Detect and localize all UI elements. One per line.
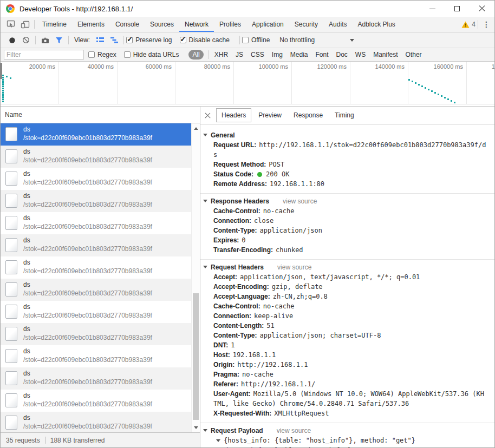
request-row[interactable]: ds/stok=d22c00f609ebc01b803d2770b983a39f [1,345,191,367]
capture-screenshots-button[interactable] [38,34,52,47]
request-row[interactable]: ds/stok=d22c00f609ebc01b803d2770b983a39f [1,256,191,279]
type-filter-js[interactable]: JS [232,50,247,60]
view-source-link[interactable]: view source [277,427,311,434]
checkbox-regex[interactable]: Regex [88,51,116,58]
request-row[interactable]: ds/stok=d22c00f609ebc01b803d2770b983a39f [1,390,191,412]
request-row[interactable]: ds/stok=d22c00f609ebc01b803d2770b983a39f [1,301,191,323]
tab-adblock-plus[interactable]: Adblock Plus [352,17,400,32]
details-tab-response[interactable]: Response [289,109,328,122]
request-name: ds [23,414,30,421]
view-source-link[interactable]: view source [277,263,311,271]
header-entry: Host:192.168.1.1 [200,350,494,360]
type-filter-doc[interactable]: Doc [333,50,351,60]
overview-data-dot [2,75,4,76]
console-warnings-button[interactable]: 4 [461,21,476,28]
overview-data-dot [441,95,442,97]
clear-button[interactable] [19,34,33,47]
payload-entry-hosts_info[interactable]: hosts_info: {table: "host_info"} [200,445,494,447]
scrollbar-thumb[interactable] [193,293,199,420]
close-details-button[interactable] [205,113,211,118]
inspect-element-button[interactable] [4,18,18,31]
details-tab-preview[interactable]: Preview [253,109,286,122]
type-filter-img[interactable]: Img [268,50,286,60]
request-row[interactable]: ds/stok=d22c00f609ebc01b803d2770b983a39f [1,367,191,390]
details-tab-headers[interactable]: Headers [216,108,251,122]
type-filter-all[interactable]: All [188,50,203,60]
type-filter-ws[interactable]: WS [351,50,369,60]
maximize-button[interactable] [445,1,470,17]
scroll-up-button[interactable] [192,124,200,132]
scroll-down-button[interactable] [192,424,200,431]
type-filter-other[interactable]: Other [402,50,426,60]
list-scrollbar[interactable] [191,123,200,432]
request-row[interactable]: ds/stok=d22c00f609ebc01b803d2770b983a39f [1,146,191,168]
section-header-response-headers[interactable]: Response Headersview source [200,196,494,206]
section-header-request-payload[interactable]: Request Payloadview source [200,425,494,436]
header-entry: User-Agent:Mozilla/5.0 (Windows NT 10.0;… [200,389,494,409]
section-header-general[interactable]: General [200,130,494,140]
header-value: no-cache [242,371,273,378]
tab-profiles[interactable]: Profiles [214,17,246,32]
header-entry: Status Code:200 OK [200,169,494,179]
details-tab-timing[interactable]: Timing [330,109,359,122]
overview-gridline [291,62,292,104]
filter-input[interactable] [4,50,84,60]
section-header-request-headers[interactable]: Request Headersview source [200,262,494,272]
overview-view-button[interactable] [107,34,121,47]
request-row[interactable]: ds/stok=d22c00f609ebc01b803d2770b983a39f [1,123,191,146]
type-filter-xhr[interactable]: XHR [211,50,232,60]
tab-console[interactable]: Console [110,17,145,32]
overview-tick-label: 20000 ms [29,63,55,70]
header-entry: Content-Type:application/json; charset=U… [200,331,494,340]
checkbox-offline[interactable]: Offline [242,36,270,44]
checkbox-hide-data-urls[interactable]: Hide data URLs [124,51,179,58]
checkbox-preserve-log[interactable]: Preserve log [126,36,172,44]
close-button[interactable] [470,1,494,17]
tab-timeline[interactable]: Timeline [37,17,72,32]
type-filter-font[interactable]: Font [312,50,333,60]
request-row[interactable]: ds/stok=d22c00f609ebc01b803d2770b983a39f [1,168,191,190]
minimize-button[interactable] [420,1,445,17]
tab-audits[interactable]: Audits [323,17,352,32]
header-entry: Origin:http://192.168.1.1 [200,360,494,370]
small-rows-view-button[interactable] [93,34,107,47]
more-options-button[interactable] [480,20,492,29]
tab-elements[interactable]: Elements [72,17,110,32]
view-source-link[interactable]: view source [283,197,317,205]
type-filter-media[interactable]: Media [286,50,312,60]
header-key: Cache-Control: [213,302,260,310]
name-column-header[interactable]: Name [1,107,200,123]
overview-data-dot [2,88,4,89]
clear-icon [22,36,30,44]
request-row[interactable]: ds/stok=d22c00f609ebc01b803d2770b983a39f [1,323,191,345]
overview-left-handle[interactable] [1,63,2,79]
device-toolbar-button[interactable] [18,18,32,31]
network-overview[interactable]: 20000 ms40000 ms60000 ms80000 ms100000 m… [1,62,494,107]
request-row[interactable]: ds/stok=d22c00f609ebc01b803d2770b983a39f [1,212,191,234]
record-button[interactable] [5,34,19,47]
document-icon [5,172,17,186]
header-value: POST [269,161,284,168]
request-name: ds [23,259,30,266]
throttling-select[interactable]: No throttling [279,36,354,44]
funnel-icon [55,37,63,44]
tab-application[interactable]: Application [246,17,289,32]
overview-gridline [58,62,59,104]
separator [478,20,478,29]
type-filter-css[interactable]: CSS [247,50,268,60]
request-row[interactable]: ds/stok=d22c00f609ebc01b803d2770b983a39f [1,234,191,256]
transferred-size: 188 KB transferred [50,437,105,444]
type-filter-manifest[interactable]: Manifest [369,50,401,60]
payload-root-row[interactable]: {hosts_info: {table: "host_info"}, metho… [200,436,494,445]
overview-data-dot [2,98,4,100]
request-row[interactable]: ds/stok=d22c00f609ebc01b803d2770b983a39f [1,190,191,212]
request-row[interactable]: ds/stok=d22c00f609ebc01b803d2770b983a39f [1,412,191,432]
tab-sources[interactable]: Sources [145,17,179,32]
filter-toggle-button[interactable] [52,34,66,47]
header-key: Request URL: [213,141,256,149]
checkbox-disable-cache[interactable]: Disable cache [180,36,230,44]
tab-network[interactable]: Network [179,17,214,32]
tab-security[interactable]: Security [289,17,323,32]
header-key: Content-Length: [213,322,264,330]
request-row[interactable]: ds/stok=d22c00f609ebc01b803d2770b983a39f [1,279,191,301]
